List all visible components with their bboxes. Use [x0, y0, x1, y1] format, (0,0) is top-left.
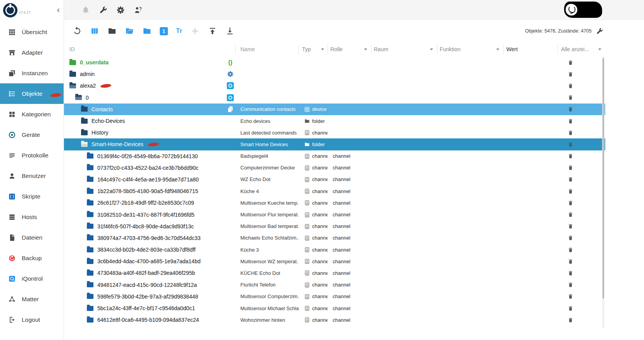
- table-row[interactable]: Contacts Communication contacts device: [64, 104, 605, 115]
- delete-icon[interactable]: [568, 153, 573, 159]
- table-row[interactable]: 3c6b4edd-4dac-4700-a685-1e9a7ada14bd Mul…: [64, 255, 605, 267]
- delete-icon[interactable]: [568, 200, 573, 206]
- delete-icon[interactable]: [568, 247, 573, 253]
- sidebar-item-files[interactable]: Dateien: [0, 227, 64, 248]
- folder-icon[interactable]: [87, 282, 93, 287]
- table-row[interactable]: 31f46fc6-507f-4bc8-90de-4dac9d93f13c Mul…: [64, 221, 605, 232]
- table-row[interactable]: 0: [64, 92, 605, 104]
- sidebar-item-matter[interactable]: Matter: [0, 289, 64, 309]
- sidebar-item-logs[interactable]: Protokolle: [0, 145, 64, 166]
- delete-icon[interactable]: [568, 164, 573, 171]
- download-objects-button[interactable]: [225, 26, 235, 36]
- folder-view-button[interactable]: [142, 26, 152, 36]
- delete-icon[interactable]: [568, 129, 573, 136]
- folder-icon[interactable]: [87, 318, 93, 323]
- sidebar-item-objects[interactable]: Objekte: [0, 83, 64, 104]
- table-row[interactable]: 01369f4c-0f26-4549-8b6a-7072b9144130 Bad…: [64, 150, 605, 162]
- table-row[interactable]: 0737f2c0-c433-4522-ba24-ce3b7b6dd90c Com…: [64, 162, 605, 174]
- function-filter-select[interactable]: Funktion: [437, 44, 503, 54]
- refresh-button[interactable]: [73, 26, 82, 36]
- table-row[interactable]: 164c497c-c4f4-4e5a-ae19-95dae7d71a80 WZ …: [64, 174, 605, 185]
- sidebar-item-categories[interactable]: Kategorien: [0, 104, 64, 124]
- folder-icon[interactable]: [81, 142, 88, 147]
- type-filter-select[interactable]: Typ: [299, 44, 328, 54]
- room-filter-select[interactable]: Raum: [371, 44, 437, 54]
- delete-icon[interactable]: [568, 141, 573, 148]
- copy-icon[interactable]: [227, 106, 234, 113]
- sidebar-item-instances[interactable]: Instanzen: [0, 63, 64, 83]
- table-row[interactable]: admin: [64, 68, 605, 80]
- delete-icon[interactable]: [568, 106, 573, 112]
- folder-icon[interactable]: [87, 189, 93, 194]
- delete-icon[interactable]: [568, 305, 573, 312]
- delete-icon[interactable]: [568, 223, 573, 230]
- table-row[interactable]: 380974a7-4703-4756-9ed6-3c70d544dc33 Mic…: [64, 232, 605, 244]
- delete-icon[interactable]: [568, 71, 573, 78]
- table-row[interactable]: 1b22a078-5b05-4180-90a5-fdf948046715 Küc…: [64, 185, 605, 197]
- table-row[interactable]: 64612e8f-0ca6-4495-b109-094da837ec24 Woh…: [64, 314, 605, 326]
- folder-icon[interactable]: [87, 154, 93, 159]
- add-object-button[interactable]: [190, 26, 200, 36]
- column-view-button[interactable]: [90, 26, 99, 36]
- role-filter-select[interactable]: Rolle: [328, 44, 371, 54]
- folder-icon[interactable]: [81, 130, 88, 135]
- system-wrench-button[interactable]: [99, 6, 107, 14]
- folder-icon[interactable]: [87, 306, 93, 311]
- name-filter-input[interactable]: [240, 46, 287, 52]
- delete-icon[interactable]: [568, 94, 573, 101]
- delete-icon[interactable]: [568, 258, 573, 265]
- sidebar-item-scripts[interactable]: Skripte: [0, 186, 64, 207]
- delete-icon[interactable]: [568, 317, 573, 323]
- text-view-button[interactable]: Tr: [176, 28, 182, 35]
- delete-icon[interactable]: [568, 293, 573, 300]
- folder-icon[interactable]: [87, 235, 93, 240]
- folder-icon[interactable]: [75, 95, 82, 100]
- delete-icon[interactable]: [568, 270, 573, 276]
- folder-icon[interactable]: [87, 247, 93, 252]
- scrollbar-thumb[interactable]: [603, 58, 604, 299]
- folder-icon[interactable]: [87, 294, 93, 299]
- sidebar-item-iqontrol[interactable]: iQontrol: [0, 268, 64, 289]
- guide-help-button[interactable]: [134, 6, 142, 14]
- delete-icon[interactable]: [568, 59, 573, 66]
- folder-icon[interactable]: [87, 259, 93, 264]
- table-row[interactable]: 5bc1a24c-43ff-4e7c-bf17-c9546da0d0c1 Mul…: [64, 302, 605, 314]
- table-row[interactable]: Smart-Home-Devices Smart Home Devices fo…: [64, 138, 605, 150]
- table-row[interactable]: 31082510-de31-437c-887f-9fc4f1696fd5 Mul…: [64, 209, 605, 220]
- folder-icon[interactable]: [69, 83, 76, 88]
- folder-icon[interactable]: [87, 212, 93, 217]
- sidebar-item-devices[interactable]: Geräte: [0, 124, 64, 145]
- delete-icon[interactable]: [568, 118, 573, 124]
- delete-icon[interactable]: [568, 176, 573, 183]
- collapse-all-button[interactable]: [107, 26, 117, 36]
- folder-icon[interactable]: [81, 107, 88, 112]
- folder-icon[interactable]: [87, 224, 93, 229]
- sidebar-collapse-button[interactable]: ‹: [57, 6, 60, 14]
- folder-icon[interactable]: [87, 165, 93, 170]
- delete-icon[interactable]: [568, 211, 573, 218]
- upload-objects-button[interactable]: [208, 26, 217, 36]
- settings-gear-button[interactable]: [116, 6, 125, 14]
- folder-icon[interactable]: [81, 119, 88, 124]
- table-row[interactable]: History Last detected commands ... chann…: [64, 127, 605, 138]
- delete-icon[interactable]: [568, 281, 573, 288]
- sidebar-item-grid[interactable]: Übersicht: [0, 22, 64, 42]
- sidebar-item-adapter[interactable]: Adapter: [0, 42, 64, 63]
- expand-all-button[interactable]: [125, 26, 134, 36]
- sidebar-item-users[interactable]: Benutzer: [0, 166, 64, 186]
- table-row[interactable]: 598fe579-3b0d-42be-97a3-af29d9838448 Mul…: [64, 291, 605, 302]
- table-row[interactable]: 3834cc3d-b02b-4de2-803e-ca33b7df8dff Küc…: [64, 244, 605, 255]
- table-row[interactable]: 0_userdata: [64, 57, 605, 68]
- folder-icon[interactable]: [87, 200, 93, 205]
- table-row[interactable]: Echo-Devices Echo devices folder: [64, 115, 605, 127]
- sidebar-item-hosts[interactable]: Hosts: [0, 207, 64, 227]
- table-row[interactable]: 4730483a-a40f-482f-badf-29ea406f295b KÜC…: [64, 267, 605, 279]
- objects-settings-wrench-button[interactable]: [596, 28, 603, 35]
- folder-icon[interactable]: [87, 177, 93, 182]
- show-all-filter-select[interactable]: Alle anzei...: [558, 44, 605, 54]
- table-row[interactable]: 26c61f27-2b18-49df-9ff2-b2e8530c7c09 Mul…: [64, 197, 605, 209]
- delete-icon[interactable]: [568, 188, 573, 195]
- table-row[interactable]: alexa2: [64, 80, 605, 91]
- delete-icon[interactable]: [568, 83, 573, 89]
- sidebar-item-backup[interactable]: Backup: [0, 248, 64, 268]
